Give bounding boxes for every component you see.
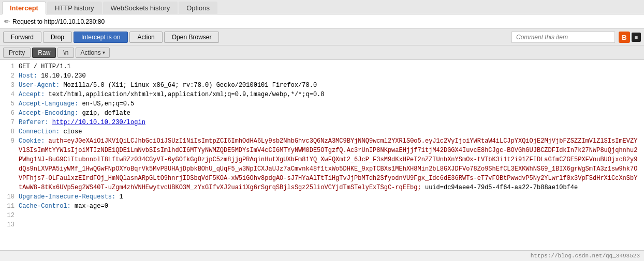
intercept-on-button[interactable]: Intercept is on (74, 32, 128, 43)
request-content[interactable]: 1 GET / HTTP/1.1 2 Host: 10.10.10.230 3 … (0, 60, 644, 261)
status-bar: https://blog.csdn.net/qq_3493523 (0, 250, 644, 262)
table-row: 3 User-Agent: Mozilla/5.0 (X11; Linux x8… (4, 81, 640, 90)
app-container: Intercept HTTP history WebSockets histor… (0, 0, 644, 261)
main-toolbar: Forward Drop Intercept is on Action Open… (0, 29, 644, 45)
burp-logo-icon: B (619, 32, 630, 43)
svg-text:B: B (622, 34, 626, 41)
table-row: 5 Accept-Language: en-US,en;q=0.5 (4, 99, 640, 109)
drop-button[interactable]: Drop (43, 32, 72, 43)
tab-intercept[interactable]: Intercept (2, 2, 46, 14)
ln-button[interactable]: \n (57, 48, 74, 58)
open-browser-button[interactable]: Open Browser (164, 32, 219, 43)
table-row: 9 Cookie: auth=eyJ0eXAiOiJKV1QiLCJhbGciO… (4, 136, 640, 192)
table-row: 6 Accept-Encoding: gzip, deflate (4, 109, 640, 118)
tab-websockets[interactable]: WebSockets history (103, 2, 178, 14)
pencil-icon: ✏ (4, 18, 10, 25)
forward-button[interactable]: Forward (3, 32, 41, 43)
request-bar: ✏ Request to http://10.10.10.230:80 (0, 14, 644, 29)
table-row: 2 Host: 10.10.10.230 (4, 71, 640, 81)
table-row: 8 Connection: close (4, 127, 640, 136)
pretty-button[interactable]: Pretty (3, 48, 31, 58)
tab-bar: Intercept HTTP history WebSockets histor… (0, 0, 644, 14)
actions-dropdown[interactable]: Actions (76, 48, 109, 58)
table-row: 11 Cache-Control: max-age=0 (4, 202, 640, 211)
raw-button[interactable]: Raw (32, 48, 56, 58)
sub-toolbar: Pretty Raw \n Actions (0, 45, 644, 60)
table-row: 12 (4, 211, 640, 220)
tab-options[interactable]: Options (179, 2, 217, 14)
comment-input[interactable] (511, 32, 615, 43)
table-row: 4 Accept: text/html,application/xhtml+xm… (4, 90, 640, 99)
table-row: 7 Referer: http://10.10.10.230/login (4, 118, 640, 127)
table-row: 10 Upgrade-Insecure-Requests: 1 (4, 192, 640, 202)
table-row: 13 (4, 220, 640, 229)
action-button[interactable]: Action (129, 32, 162, 43)
tab-http-history[interactable]: HTTP history (47, 2, 102, 14)
table-row: 1 GET / HTTP/1.1 (4, 62, 640, 71)
request-url: Request to http://10.10.10.230:80 (12, 18, 105, 25)
menu-icon[interactable]: ≡ (632, 33, 641, 42)
